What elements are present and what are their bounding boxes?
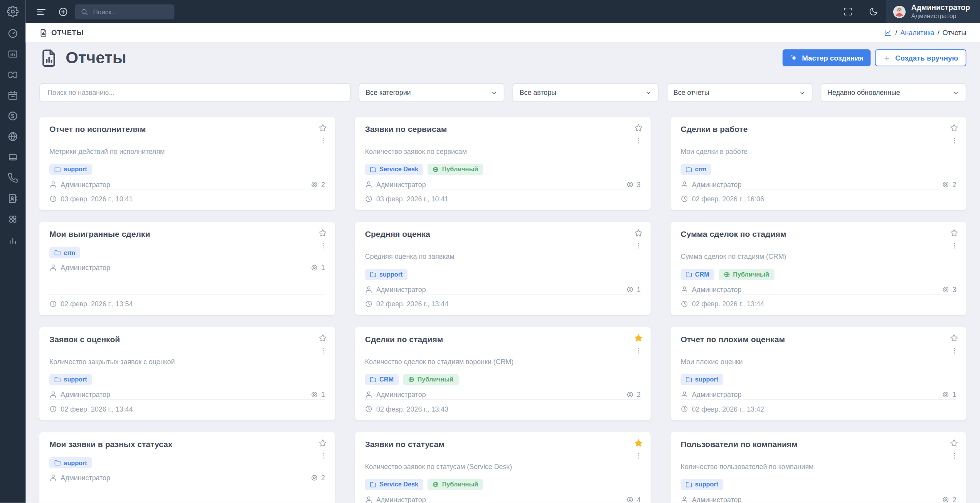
fullscreen-button[interactable] bbox=[835, 0, 860, 23]
report-card-date: 02 февр. 2026 г., 13:43 bbox=[376, 405, 448, 413]
reports-type-select[interactable]: Все отчеты bbox=[667, 83, 812, 102]
report-card[interactable]: Сумма сделок по стадиямСумма сделок по с… bbox=[671, 222, 967, 316]
kebab-menu-icon[interactable] bbox=[950, 137, 958, 144]
apps-icon bbox=[7, 214, 18, 224]
sidebar-item-settings[interactable] bbox=[7, 0, 19, 23]
clock-icon bbox=[365, 405, 372, 413]
category-tag: support bbox=[680, 374, 723, 385]
kebab-menu-icon[interactable] bbox=[635, 347, 642, 354]
sidebar-item-contacts[interactable] bbox=[7, 188, 18, 209]
report-card-meta: Администратор2 bbox=[680, 496, 956, 503]
user-icon bbox=[680, 285, 688, 293]
analytics-icon bbox=[7, 235, 18, 245]
star-icon[interactable] bbox=[635, 124, 643, 132]
sidebar-item-analytics[interactable] bbox=[7, 230, 18, 250]
hamburger-menu-button[interactable] bbox=[35, 6, 47, 17]
breadcrumb-separator: / bbox=[895, 29, 897, 36]
app: Администратор Администратор ОТЧЕТЫ / Ана… bbox=[0, 0, 980, 503]
kebab-menu-icon[interactable] bbox=[319, 452, 327, 459]
card-side-actions bbox=[950, 334, 958, 354]
report-card-title: Сумма сделок по стадиям bbox=[680, 230, 956, 240]
sidebar-item-portal[interactable] bbox=[7, 126, 18, 147]
kebab-menu-icon[interactable] bbox=[319, 347, 327, 354]
report-card[interactable]: Отчет по плохим оценкамМои плохие оценки… bbox=[671, 327, 967, 420]
report-card-footer: 02 февр. 2026 г., 13:44 bbox=[365, 294, 641, 308]
sidebar-item-knowledge-base[interactable] bbox=[7, 147, 18, 167]
sidebar-item-reports[interactable] bbox=[7, 44, 18, 64]
report-card[interactable]: Заявок с оценкойКоличество закрытых заяв… bbox=[39, 327, 335, 420]
breadcrumb-separator: / bbox=[938, 29, 940, 36]
report-card-tags: crm bbox=[680, 164, 956, 175]
breadcrumb-link-analytics[interactable]: Аналитика bbox=[900, 29, 934, 36]
report-card[interactable]: Заявки по статусамКоличество заявок по с… bbox=[355, 432, 651, 503]
category-tag: Service Desk bbox=[365, 164, 423, 175]
star-icon[interactable] bbox=[319, 124, 327, 132]
star-icon[interactable] bbox=[635, 229, 643, 237]
settings-icon bbox=[7, 6, 19, 18]
folder-icon bbox=[685, 166, 692, 172]
main: Администратор Администратор ОТЧЕТЫ / Ана… bbox=[25, 0, 980, 503]
star-icon[interactable] bbox=[319, 229, 327, 237]
star-icon[interactable] bbox=[950, 334, 958, 342]
kebab-menu-icon[interactable] bbox=[319, 242, 327, 249]
sort-select-value: Недавно обновленные bbox=[827, 89, 900, 96]
report-card-description: Мои плохие оценки bbox=[680, 357, 956, 366]
categories-select[interactable]: Все категории bbox=[359, 83, 505, 102]
sort-select[interactable]: Недавно обновленные bbox=[820, 83, 966, 102]
section-title: ОТЧЕТЫ bbox=[39, 29, 84, 37]
wizard-create-button[interactable]: Мастер создания bbox=[783, 49, 871, 66]
sidebar-item-payments[interactable] bbox=[7, 106, 18, 126]
sidebar-item-telephony[interactable] bbox=[7, 167, 18, 188]
kebab-menu-icon[interactable] bbox=[319, 137, 327, 144]
report-card[interactable]: Сделки по стадиямКоличество сделок по ст… bbox=[355, 327, 651, 420]
dark-mode-toggle[interactable] bbox=[860, 0, 886, 23]
name-filter-input[interactable] bbox=[46, 88, 344, 97]
user-icon bbox=[49, 474, 57, 481]
manual-create-button[interactable]: Создать вручную bbox=[875, 49, 966, 66]
quick-add-button[interactable] bbox=[58, 7, 68, 17]
sidebar-item-tickets[interactable] bbox=[7, 64, 18, 85]
user-icon bbox=[680, 181, 688, 188]
kebab-menu-icon[interactable] bbox=[635, 242, 642, 249]
report-card[interactable]: Мои выигранные сделкиcrmАдминистратор102… bbox=[39, 222, 335, 316]
report-card[interactable]: Заявки по сервисамКоличество заявок по с… bbox=[355, 117, 651, 210]
kebab-menu-icon[interactable] bbox=[950, 347, 958, 354]
sidebar-item-calendar[interactable] bbox=[7, 85, 18, 105]
report-card-tags: support bbox=[365, 268, 641, 280]
report-card-views: 1 bbox=[311, 264, 325, 272]
global-search-input[interactable] bbox=[92, 7, 168, 16]
star-icon[interactable] bbox=[950, 439, 958, 447]
star-icon[interactable] bbox=[319, 439, 327, 447]
folder-icon bbox=[54, 250, 61, 256]
knowledge-base-icon bbox=[7, 152, 18, 163]
kebab-menu-icon[interactable] bbox=[635, 137, 642, 144]
kebab-menu-icon[interactable] bbox=[635, 452, 642, 459]
star-icon[interactable] bbox=[950, 124, 958, 132]
authors-select[interactable]: Все авторы bbox=[513, 83, 658, 102]
report-card[interactable]: Сделки в работеМои сделки в работеcrmАдм… bbox=[671, 117, 967, 210]
star-icon[interactable] bbox=[950, 229, 958, 237]
report-card-description: Мои сделки в работе bbox=[680, 147, 956, 156]
report-card[interactable]: Пользователи по компаниямКоличество поль… bbox=[671, 432, 967, 503]
category-tag: support bbox=[49, 164, 92, 175]
kebab-menu-icon[interactable] bbox=[950, 452, 958, 459]
globe-icon bbox=[433, 166, 439, 172]
report-card-description: Количество пользователей по компаниям bbox=[680, 462, 956, 471]
report-card[interactable]: Мои заявки в разных статусахsupportАдмин… bbox=[39, 432, 335, 503]
kebab-menu-icon[interactable] bbox=[950, 242, 958, 249]
report-card-title: Отчет по исполнителям bbox=[49, 125, 325, 135]
report-card-meta: Администратор3 bbox=[680, 285, 956, 293]
star-icon[interactable] bbox=[319, 334, 327, 342]
content: Отчеты Мастер создания Создать вручную bbox=[25, 42, 980, 503]
user-menu[interactable]: Администратор Администратор bbox=[886, 0, 980, 23]
report-card[interactable]: Отчет по исполнителямМетрики действий по… bbox=[39, 117, 335, 210]
report-card[interactable]: Средняя оценкаСредняя оценка по заявкамs… bbox=[355, 222, 651, 316]
globe-icon bbox=[433, 481, 439, 488]
report-card-description: Количество заявок по сервисам bbox=[365, 147, 641, 156]
sidebar-item-apps[interactable] bbox=[7, 209, 18, 229]
star-filled-icon[interactable] bbox=[635, 439, 643, 447]
report-card-tags: support bbox=[49, 374, 325, 385]
report-card-footer: 02 февр. 2026 г., 13:44 bbox=[680, 294, 956, 308]
star-filled-icon[interactable] bbox=[635, 334, 643, 342]
sidebar-item-dashboard[interactable] bbox=[7, 23, 18, 44]
